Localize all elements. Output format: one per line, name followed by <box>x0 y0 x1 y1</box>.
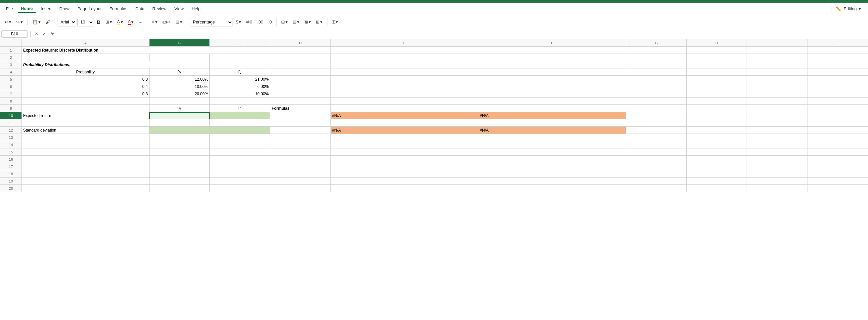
cell-J6[interactable] <box>807 83 868 90</box>
cell-I11[interactable] <box>747 119 807 127</box>
cell-B7[interactable]: 20.00% <box>149 90 210 98</box>
cell-G1[interactable] <box>626 46 687 54</box>
cell-D7[interactable] <box>270 90 331 98</box>
cell-E3[interactable] <box>331 61 478 68</box>
cell-D11[interactable] <box>270 119 331 127</box>
cell-G2[interactable] <box>626 54 687 61</box>
cell-E7[interactable] <box>331 90 478 98</box>
font-color-button[interactable]: A▾ <box>126 18 136 26</box>
cell-I2[interactable] <box>747 54 807 61</box>
comma-button[interactable]: ⇄0 <box>244 19 254 26</box>
dollar-button[interactable]: $▾ <box>234 19 243 26</box>
menu-file[interactable]: File <box>3 5 16 12</box>
cell-A4[interactable]: Probability <box>22 68 149 76</box>
cell-H4[interactable] <box>686 68 747 76</box>
cell-E5[interactable] <box>331 76 478 83</box>
cell-J8[interactable] <box>807 98 868 105</box>
cell-G4[interactable] <box>626 68 687 76</box>
editing-button[interactable]: ✏️ Editing ▾ <box>832 5 865 13</box>
cell-H11[interactable] <box>686 119 747 127</box>
cell-I4[interactable] <box>747 68 807 76</box>
cell-D4[interactable] <box>270 68 331 76</box>
cell-B12[interactable] <box>149 127 210 134</box>
font-family-select[interactable]: Arial <box>58 18 76 27</box>
cell-J10[interactable] <box>807 112 868 119</box>
cell-H5[interactable] <box>686 76 747 83</box>
font-size-select[interactable]: 10 <box>78 18 94 27</box>
cell-J9[interactable] <box>807 105 868 112</box>
menu-help[interactable]: Help <box>188 5 204 12</box>
cell-C6[interactable]: 6.00% <box>210 83 270 90</box>
col-header-J[interactable]: J <box>807 39 868 46</box>
cell-D3[interactable] <box>270 61 331 68</box>
cell-H10[interactable] <box>686 112 747 119</box>
format-button[interactable]: ⊠▾ <box>302 19 313 26</box>
table-button[interactable]: ⊞▾ <box>279 19 290 26</box>
merge-button[interactable]: ⊡▾ <box>174 19 184 26</box>
cell-H6[interactable] <box>686 83 747 90</box>
fill-color-button[interactable]: A▾ <box>115 18 125 26</box>
format-painter-button[interactable]: 🖌 <box>44 19 52 26</box>
col-header-G[interactable]: G <box>626 39 687 46</box>
cell-E6[interactable] <box>331 83 478 90</box>
cell-E8[interactable] <box>331 98 478 105</box>
formula-input[interactable] <box>57 31 867 37</box>
cell-J7[interactable] <box>807 90 868 98</box>
bold-button[interactable]: B <box>95 18 102 26</box>
cell-E9[interactable] <box>331 105 478 112</box>
cell-A1[interactable]: Expected Returns: Discrete Distribution <box>22 46 331 54</box>
cell-J5[interactable] <box>807 76 868 83</box>
cell-F11[interactable] <box>478 119 626 127</box>
col-header-C[interactable]: C <box>210 39 270 46</box>
cell-C9[interactable]: rJ <box>210 105 270 112</box>
cell-H3[interactable] <box>686 61 747 68</box>
cell-F3[interactable] <box>478 61 626 68</box>
number-format-select[interactable]: Percentage <box>190 18 233 27</box>
cell-D2[interactable] <box>270 54 331 61</box>
cell-A8[interactable] <box>22 98 149 105</box>
cell-B5[interactable]: 12.00% <box>149 76 210 83</box>
menu-formulas[interactable]: Formulas <box>106 5 131 12</box>
increase-decimal-button[interactable]: .00 <box>255 19 265 26</box>
col-header-D[interactable]: D <box>270 39 331 46</box>
cell-F10[interactable]: #N/A <box>478 112 626 119</box>
cell-F5[interactable] <box>478 76 626 83</box>
cell-F7[interactable] <box>478 90 626 98</box>
col-header-A[interactable]: A <box>22 39 149 46</box>
cell-H2[interactable] <box>686 54 747 61</box>
cell-B10[interactable] <box>149 112 210 119</box>
cell-I1[interactable] <box>747 46 807 54</box>
cell-I6[interactable] <box>747 83 807 90</box>
cell-J4[interactable] <box>807 68 868 76</box>
cell-J12[interactable] <box>807 127 868 134</box>
cell-B4[interactable]: rM <box>149 68 210 76</box>
cell-C3[interactable] <box>210 61 270 68</box>
cell-A10[interactable]: Expected return <box>22 112 149 119</box>
cell-F8[interactable] <box>478 98 626 105</box>
cell-C11[interactable] <box>210 119 270 127</box>
cell-I9[interactable] <box>747 105 807 112</box>
cell-C2[interactable] <box>210 54 270 61</box>
menu-home[interactable]: Home <box>18 5 36 13</box>
cell-I12[interactable] <box>747 127 807 134</box>
cell-F6[interactable] <box>478 83 626 90</box>
cell-C12[interactable] <box>210 127 270 134</box>
cell-E11[interactable] <box>331 119 478 127</box>
cell-A7[interactable]: 0.3 <box>22 90 149 98</box>
col-header-B[interactable]: B <box>149 39 210 46</box>
cell-D6[interactable] <box>270 83 331 90</box>
cell-C5[interactable]: 21.00% <box>210 76 270 83</box>
cell-D8[interactable] <box>270 98 331 105</box>
col-header-H[interactable]: H <box>686 39 747 46</box>
conditional-button[interactable]: ⊡▾ <box>291 19 301 26</box>
col-header-I[interactable]: I <box>747 39 807 46</box>
cell-B9[interactable]: rM <box>149 105 210 112</box>
cell-D10[interactable] <box>270 112 331 119</box>
cell-H8[interactable] <box>686 98 747 105</box>
cell-G12[interactable] <box>626 127 687 134</box>
borders-button[interactable]: ⊞▾ <box>103 19 114 26</box>
cell-H12[interactable] <box>686 127 747 134</box>
cell-B6[interactable]: 10.00% <box>149 83 210 90</box>
cell-I5[interactable] <box>747 76 807 83</box>
cell-B8[interactable] <box>149 98 210 105</box>
